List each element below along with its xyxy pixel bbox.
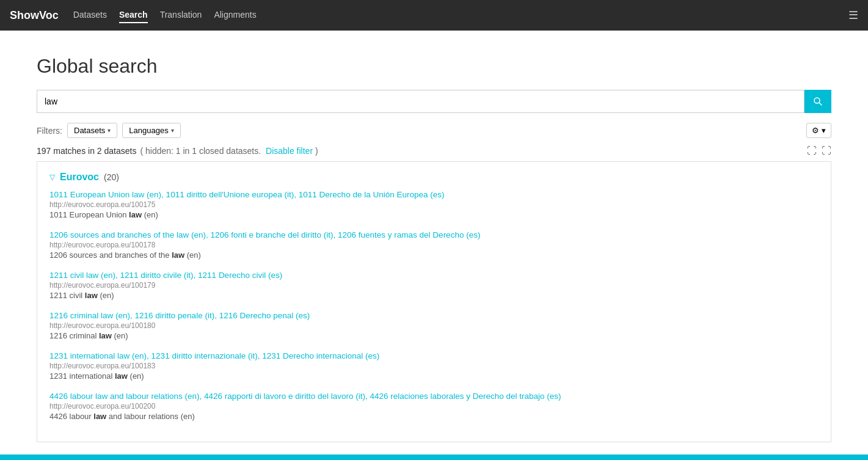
result-url-3: http://eurovoc.europa.eu/100180 — [49, 321, 819, 330]
dataset-count: (20) — [104, 172, 119, 182]
datasets-filter-label: Datasets — [74, 126, 105, 135]
page-title: Global search — [37, 55, 831, 78]
result-label-3: 1216 criminal law (en) — [49, 331, 819, 340]
result-link-3[interactable]: 1216 criminal law (en), 1216 diritto pen… — [49, 311, 819, 320]
disable-filter-link[interactable]: Disable filter — [266, 146, 313, 156]
expand-icons: ⛶ ⛶ — [807, 145, 831, 156]
list-item: 1211 civil law (en), 1211 diritto civile… — [49, 271, 819, 300]
result-link-2[interactable]: 1211 civil law (en), 1211 diritto civile… — [49, 271, 819, 280]
matches-row: 197 matches in 2 datasets ( hidden: 1 in… — [37, 145, 831, 156]
brand-logo[interactable]: ShowVoc — [10, 9, 59, 22]
nav-translation[interactable]: Translation — [160, 7, 202, 23]
search-input[interactable] — [37, 90, 804, 113]
list-item: 1206 sources and branches of the law (en… — [49, 230, 819, 260]
navbar: ShowVoc Datasets Search Translation Alig… — [0, 0, 868, 31]
result-link-0[interactable]: 1011 European Union law (en), 1011 dirit… — [49, 190, 819, 199]
brand-voc: Voc — [39, 9, 59, 21]
result-url-2: http://eurovoc.europa.eu/100179 — [49, 281, 819, 290]
result-label-4: 1231 international law (en) — [49, 371, 819, 381]
result-url-4: http://eurovoc.europa.eu/100183 — [49, 362, 819, 370]
list-item: 1011 European Union law (en), 1011 dirit… — [49, 190, 819, 219]
result-link-5[interactable]: 4426 labour law and labour relations (en… — [49, 392, 819, 401]
expand-all-icon[interactable]: ⛶ — [807, 145, 817, 156]
languages-filter-caret: ▾ — [171, 127, 174, 134]
dataset-header: ▽ Eurovoc (20) — [49, 172, 819, 183]
nav-datasets[interactable]: Datasets — [73, 7, 107, 23]
nav-alignments[interactable]: Alignments — [214, 7, 256, 23]
result-label-0: 1011 European Union law (en) — [49, 210, 819, 219]
result-label-1: 1206 sources and branches of the law (en… — [49, 250, 819, 260]
datasets-filter-btn[interactable]: Datasets ▾ — [67, 123, 117, 138]
result-link-1[interactable]: 1206 sources and branches of the law (en… — [49, 230, 819, 239]
search-button[interactable] — [804, 90, 831, 113]
nav-search[interactable]: Search — [119, 7, 148, 23]
list-item: 4426 labour law and labour relations (en… — [49, 392, 819, 421]
languages-filter-label: Languages — [129, 126, 168, 135]
menu-icon[interactable]: ☰ — [848, 9, 858, 22]
main-content: Global search Filters: Datasets ▾ Langua… — [0, 31, 868, 455]
languages-filter-btn[interactable]: Languages ▾ — [122, 123, 180, 138]
settings-caret: ▾ — [822, 126, 826, 135]
result-url-0: http://eurovoc.europa.eu/100175 — [49, 200, 819, 209]
footer: i About ShowVoc ▾ v. 3.1.0-SNAPSHOT © AR… — [0, 455, 868, 460]
filter-settings-btn[interactable]: ⚙ ▾ — [806, 123, 831, 138]
datasets-filter-caret: ▾ — [108, 127, 111, 134]
search-icon — [813, 97, 823, 106]
result-label-2: 1211 civil law (en) — [49, 291, 819, 300]
result-label-5: 4426 labour law and labour relations (en… — [49, 412, 819, 421]
svg-line-1 — [820, 103, 822, 106]
filters-row: Filters: Datasets ▾ Languages ▾ ⚙ ▾ — [37, 123, 831, 138]
results-container[interactable]: ▽ Eurovoc (20) 1011 European Union law (… — [37, 161, 831, 442]
dataset-name[interactable]: Eurovoc — [60, 172, 99, 183]
settings-icon: ⚙ — [812, 126, 819, 135]
dataset-collapse-icon[interactable]: ▽ — [49, 173, 55, 181]
matches-hidden: ( hidden: 1 in 1 closed datasets. Disabl… — [140, 146, 318, 156]
nav-links: Datasets Search Translation Alignments — [73, 7, 848, 23]
collapse-all-icon[interactable]: ⛶ — [822, 145, 831, 156]
matches-text: 197 matches in 2 datasets — [37, 146, 136, 156]
result-url-5: http://eurovoc.europa.eu/100200 — [49, 402, 819, 411]
brand-show: Show — [10, 9, 39, 21]
filters-label: Filters: — [37, 126, 62, 136]
list-item: 1216 criminal law (en), 1216 diritto pen… — [49, 311, 819, 340]
svg-point-0 — [814, 98, 820, 103]
result-url-1: http://eurovoc.europa.eu/100178 — [49, 241, 819, 249]
search-bar — [37, 90, 831, 113]
list-item: 1231 international law (en), 1231 diritt… — [49, 351, 819, 381]
result-link-4[interactable]: 1231 international law (en), 1231 diritt… — [49, 351, 819, 360]
